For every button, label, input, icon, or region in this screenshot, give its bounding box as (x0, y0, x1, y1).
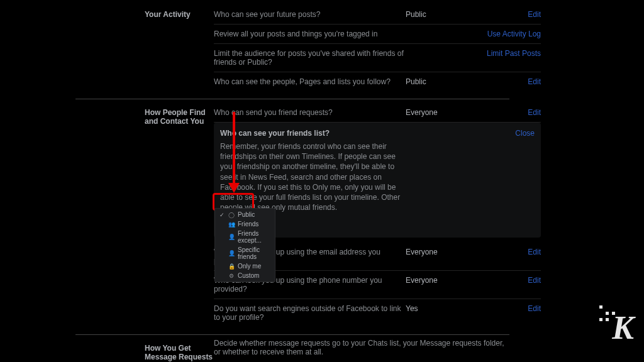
limit-past-posts-link[interactable]: Limit Past Posts (487, 49, 541, 58)
edit-link[interactable]: Edit (528, 77, 541, 86)
row-review-tagged: Review all your posts and things you're … (214, 25, 541, 44)
question-text: Limit the audience for posts you've shar… (214, 49, 406, 67)
section-divider (75, 99, 509, 99)
option-label: Public (238, 211, 255, 218)
section-your-activity: Your Activity Who can see your future po… (145, 5, 509, 91)
row-search-engines: Do you want search engines outside of Fa… (214, 299, 541, 327)
question-text: Do you want search engines outside of Fa… (214, 304, 406, 322)
option-label: Specific friends (238, 246, 271, 260)
option-label: Custom (238, 272, 259, 279)
row-limit-past-posts: Limit the audience for posts you've shar… (214, 44, 541, 72)
value-text: Public (406, 77, 481, 86)
edit-link[interactable]: Edit (528, 10, 541, 19)
question-text: Who can see the people, Pages and lists … (214, 77, 406, 86)
section-body-messages: Decide whether message requests go to yo… (214, 339, 541, 362)
option-label: Friends except... (238, 230, 271, 244)
audience-option-friends[interactable]: 👥 Friends (215, 219, 275, 229)
lock-icon: 🔒 (228, 263, 235, 270)
message-intro-text: Decide whether message requests go to yo… (214, 339, 506, 356)
annotation-arrow-head-icon (228, 183, 240, 193)
section-divider (75, 334, 509, 335)
edit-link[interactable]: Edit (528, 304, 541, 313)
watermark-dots-icon (599, 305, 616, 322)
section-heading-messages: How You Get Message Requests (145, 339, 214, 361)
row-future-posts: Who can see your future posts? Public Ed… (214, 5, 541, 25)
close-link[interactable]: Close (515, 129, 535, 138)
edit-link[interactable]: Edit (528, 248, 541, 256)
question-text: Who can see your future posts? (214, 10, 406, 19)
gear-icon: ⚙ (228, 273, 235, 279)
check-icon: ✓ (219, 212, 225, 218)
value-text: Public (406, 10, 481, 19)
row-follow-visibility: Who can see the people, Pages and lists … (214, 72, 541, 91)
section-body-activity: Who can see your future posts? Public Ed… (214, 5, 541, 91)
edit-link[interactable]: Edit (528, 108, 541, 117)
edit-link[interactable]: Edit (528, 276, 541, 285)
audience-option-only-me[interactable]: 🔒 Only me (215, 261, 275, 271)
audience-option-friends-except[interactable]: 👤 Friends except... (215, 229, 275, 245)
expanded-title: Who can see your friends list? (220, 129, 515, 138)
specific-friends-icon: 👤 (228, 250, 235, 256)
audience-option-custom[interactable]: ⚙ Custom (215, 271, 275, 280)
question-text: Who can send you friend requests? (214, 108, 406, 117)
audience-selector-menu: ✓ ◯ Public 👥 Friends 👤 Friends except...… (214, 208, 275, 282)
activity-log-link[interactable]: Use Activity Log (487, 30, 541, 38)
value-text: Yes (406, 304, 481, 313)
option-label: Friends (238, 221, 258, 228)
value-text: Everyone (406, 276, 481, 285)
friends-icon: 👥 (228, 221, 235, 228)
settings-page: Your Activity Who can see your future po… (0, 0, 644, 362)
friends-except-icon: 👤 (228, 234, 235, 240)
row-friend-requests: Who can send you friend requests? Everyo… (214, 103, 541, 123)
option-icon: ◯ (228, 212, 235, 218)
section-heading-activity: Your Activity (145, 5, 214, 19)
annotation-arrow-shaft (233, 112, 235, 184)
watermark-logo: K (612, 309, 633, 346)
audience-option-public[interactable]: ✓ ◯ Public (215, 210, 275, 219)
section-find-contact: How People Find and Contact You Who can … (145, 103, 509, 327)
value-text: Everyone (406, 248, 481, 256)
settings-content: Your Activity Who can see your future po… (145, 5, 509, 362)
section-message-requests: How You Get Message Requests Decide whet… (145, 339, 509, 362)
section-heading-find: How People Find and Contact You (145, 103, 214, 126)
option-label: Only me (238, 263, 261, 270)
question-text: Review all your posts and things you're … (214, 30, 406, 38)
audience-option-specific-friends[interactable]: 👤 Specific friends (215, 245, 275, 261)
expanded-description: Remember, your friends control who can s… (220, 141, 406, 212)
value-text: Everyone (406, 108, 481, 117)
